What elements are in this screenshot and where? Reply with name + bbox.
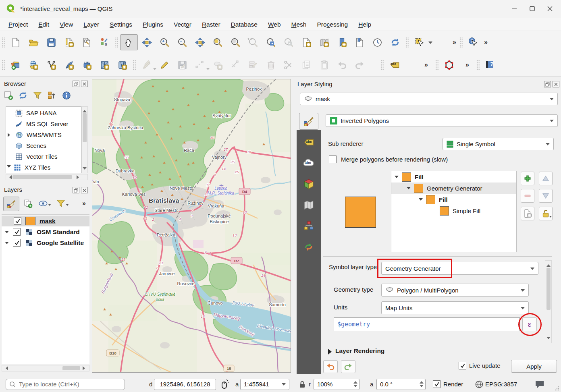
add-group-button[interactable] [23, 198, 33, 209]
close-panel-button[interactable] [553, 81, 559, 87]
float-panel-button[interactable] [73, 187, 79, 193]
zoom-last-button[interactable] [262, 34, 280, 50]
renderer-combo[interactable]: Inverted Polygons [326, 114, 558, 127]
symbol-node-fill[interactable]: Fill [391, 171, 516, 183]
symbol-node-geometry-generator[interactable]: Geometry Generator [391, 183, 516, 194]
expression-input[interactable]: $geometry [334, 317, 520, 331]
add-vector-layer-button[interactable] [25, 57, 42, 73]
toolbar-overflow-icon[interactable]: » [482, 39, 489, 46]
locator-input[interactable] [19, 381, 116, 388]
new-3d-map-view-button[interactable] [315, 34, 333, 50]
crs-label[interactable]: EPSG:3857 [485, 381, 517, 388]
browser-item-xyz-tiles[interactable]: XYZ Tiles [6, 162, 81, 173]
menu-database[interactable]: Database [226, 19, 263, 30]
browser-item-ms-sql-server[interactable]: MS SQL Server [6, 118, 81, 129]
browser-horizontal-scrollbar[interactable] [6, 174, 88, 180]
remove-symbol-layer-button[interactable] [521, 189, 534, 203]
menu-project[interactable]: Project [3, 19, 33, 30]
scale-combo[interactable]: 1:455941 [240, 379, 289, 390]
new-spatial-bookmark-button[interactable] [333, 34, 351, 50]
tab-masks[interactable]: abc [303, 157, 315, 169]
tab-symbology[interactable] [299, 113, 318, 130]
vertex-editor-button[interactable] [440, 57, 458, 73]
label-toolbar-button[interactable]: abc [386, 57, 403, 73]
filter-browser-button[interactable] [32, 90, 43, 101]
toolbar-overflow-icon[interactable]: » [451, 39, 458, 46]
minimize-button[interactable] [505, 2, 523, 15]
menu-web[interactable]: Web [263, 19, 286, 30]
toolbar-overflow-icon[interactable]: » [464, 61, 471, 68]
layer-row-osm-standard[interactable]: OSM Standard [2, 226, 89, 237]
layer-row-mask[interactable]: mask [2, 216, 89, 226]
tab-reload-style[interactable] [303, 241, 315, 253]
toolbar-grip[interactable] [133, 60, 136, 70]
temporal-controller-button[interactable] [368, 34, 386, 50]
save-project-button[interactable] [42, 34, 60, 50]
zoom-to-selection-button[interactable] [209, 34, 226, 50]
menu-raster[interactable]: Raster [197, 19, 226, 30]
close-panel-button[interactable] [81, 187, 88, 193]
style-undo-button[interactable] [323, 360, 338, 373]
tab-labels[interactable]: abc [303, 136, 315, 148]
menu-edit[interactable]: Edit [33, 19, 54, 30]
select-features-button[interactable] [411, 34, 428, 50]
move-up-button[interactable] [539, 172, 553, 185]
copy-features-button[interactable] [297, 57, 315, 73]
menu-plugins[interactable]: Plugins [137, 19, 168, 30]
toolbar-grip[interactable] [115, 37, 118, 48]
new-virtual-layer-button[interactable] [96, 57, 113, 73]
maximize-button[interactable] [523, 2, 541, 15]
identify-features-button[interactable] [465, 34, 482, 50]
cut-features-button[interactable] [280, 57, 297, 73]
layer-rendering-expander[interactable] [328, 349, 332, 355]
apply-button[interactable]: Apply [511, 360, 557, 373]
close-panel-button[interactable] [81, 81, 88, 87]
zoom-next-button[interactable] [280, 34, 297, 50]
duplicate-symbol-layer-button[interactable] [521, 207, 534, 220]
save-layer-edits-button[interactable] [173, 57, 191, 73]
menu-settings[interactable]: Settings [104, 19, 137, 30]
layer-visibility-checkbox[interactable] [13, 239, 21, 247]
data-source-manager-button[interactable] [7, 57, 25, 73]
redo-button[interactable] [351, 57, 368, 73]
symbol-node-fill-2[interactable]: Fill [391, 194, 516, 205]
symbol-layer-type-combo[interactable]: Geometry Generator [381, 262, 538, 275]
merge-polygons-checkbox[interactable] [329, 156, 337, 163]
style-redo-button[interactable] [341, 360, 355, 373]
menu-mesh[interactable]: Mesh [286, 19, 312, 30]
new-map-view-button[interactable] [297, 34, 315, 50]
menu-processing[interactable]: Processing [312, 19, 353, 30]
geometry-type-combo[interactable]: Polygon / MultiPolygon [381, 284, 529, 297]
filter-legend-button[interactable] [56, 198, 69, 209]
tab-style-history[interactable] [303, 220, 315, 232]
toolbar-grip[interactable] [2, 60, 5, 70]
help-button[interactable]: ? [482, 57, 499, 73]
move-feature-button[interactable] [209, 57, 226, 73]
resize-grip[interactable] [555, 386, 559, 391]
locator-box[interactable] [6, 379, 125, 390]
layers-toolbar-overflow-icon[interactable]: » [81, 200, 87, 207]
zoom-native-button[interactable]: 1:1 [244, 34, 262, 50]
new-shapefile-layer-button[interactable] [42, 57, 60, 73]
toolbar-grip[interactable] [2, 37, 5, 48]
units-combo[interactable]: Map Units [381, 301, 529, 314]
menu-vector[interactable]: Vector [168, 19, 197, 30]
toolbar-grip[interactable] [476, 60, 480, 70]
live-update-checkbox[interactable] [459, 362, 466, 369]
toggle-editing-button[interactable] [156, 57, 173, 73]
toolbar-grip[interactable] [435, 60, 439, 70]
properties-info-button[interactable] [61, 90, 72, 101]
toolbar-overflow-icon[interactable]: » [423, 61, 430, 68]
browser-item-scenes[interactable]: Scenes [6, 140, 81, 151]
browser-vertical-scrollbar[interactable] [81, 106, 88, 173]
layer-visibility-checkbox[interactable] [13, 228, 21, 236]
tab-3d-view[interactable] [303, 178, 315, 190]
zoom-in-button[interactable] [156, 34, 173, 50]
sub-renderer-combo[interactable]: Single Symbol [443, 138, 554, 150]
add-symbol-layer-button[interactable] [521, 172, 534, 185]
tab-diagrams[interactable] [303, 199, 315, 211]
refresh-browser-button[interactable] [18, 90, 28, 101]
toolbar-grip[interactable] [459, 37, 463, 48]
styling-layer-combo[interactable]: mask [300, 93, 558, 105]
manage-map-themes-button[interactable] [38, 198, 51, 209]
